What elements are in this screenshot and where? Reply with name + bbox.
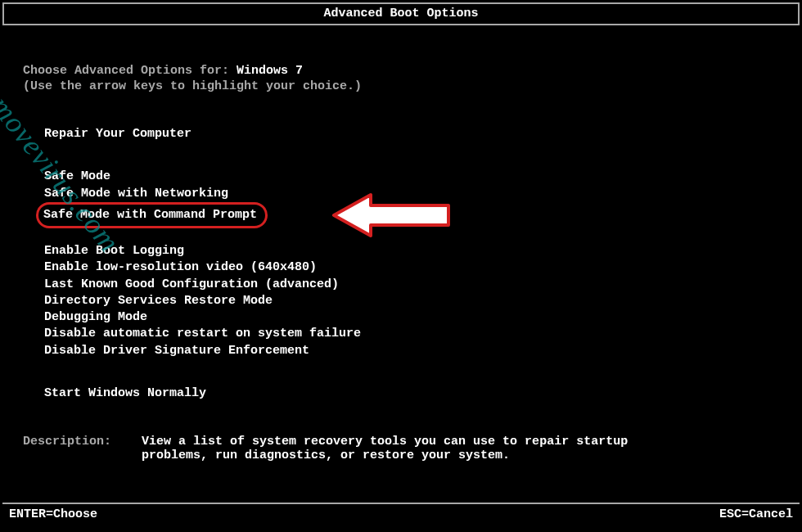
main-content: Choose Advanced Options for: Windows 7 (… <box>23 64 779 462</box>
option-disable-auto-restart[interactable]: Disable automatic restart on system fail… <box>41 326 364 342</box>
option-low-resolution[interactable]: Enable low-resolution video (640x480) <box>41 259 320 276</box>
option-repair-computer[interactable]: Repair Your Computer <box>41 126 195 142</box>
description-label: Description: <box>23 435 111 449</box>
option-safe-mode[interactable]: Safe Mode <box>41 169 114 185</box>
option-disable-driver-signature[interactable]: Disable Driver Signature Enforcement <box>41 343 313 359</box>
option-debugging-mode[interactable]: Debugging Mode <box>41 309 151 326</box>
choose-prefix: Choose Advanced Options for: <box>23 64 237 78</box>
option-directory-services-restore[interactable]: Directory Services Restore Mode <box>41 293 276 309</box>
option-last-known-good[interactable]: Last Known Good Configuration (advanced) <box>41 277 342 293</box>
description-block: Description: View a list of system recov… <box>23 435 779 462</box>
screen-title: Advanced Boot Options <box>0 7 802 20</box>
arrow-keys-hint: (Use the arrow keys to highlight your ch… <box>23 79 779 93</box>
option-safe-mode-networking[interactable]: Safe Mode with Networking <box>41 186 232 202</box>
footer-enter-hint: ENTER=Choose <box>9 507 97 521</box>
footer-bar: ENTER=Choose ESC=Cancel <box>2 503 800 525</box>
os-name: Windows 7 <box>237 64 303 78</box>
footer-esc-hint: ESC=Cancel <box>719 507 793 521</box>
pointer-arrow-icon <box>326 191 457 244</box>
description-text: View a list of system recovery tools you… <box>142 435 633 462</box>
option-safe-mode-command-prompt[interactable]: Safe Mode with Command Prompt <box>36 202 268 228</box>
option-start-normally[interactable]: Start Windows Normally <box>41 385 210 402</box>
option-boot-logging[interactable]: Enable Boot Logging <box>41 243 187 259</box>
choose-line: Choose Advanced Options for: Windows 7 <box>23 64 779 78</box>
